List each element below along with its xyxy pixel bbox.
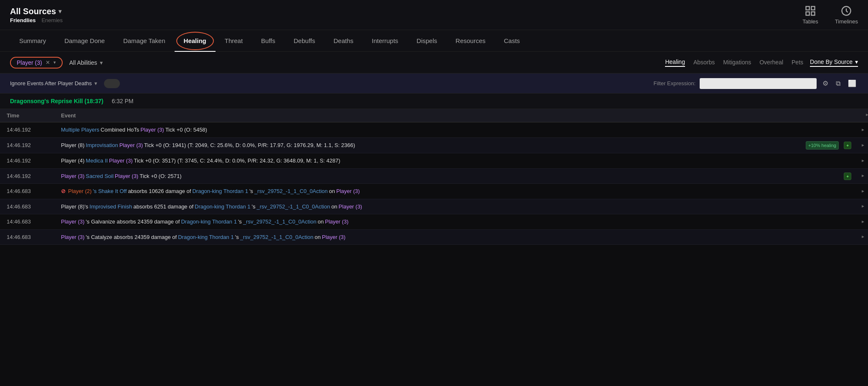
ability-filter-arrow: ▾ — [100, 59, 103, 66]
event-text: absorbs 6251 damage of — [133, 203, 193, 211]
filter-settings-icon[interactable]: ⚙ — [821, 79, 830, 88]
subtab-overheal[interactable]: Overheal — [759, 59, 783, 66]
buff-icon2: ✦ — [844, 173, 851, 180]
filter-bar-right: Healing Absorbs Mitigations Overheal Pet… — [665, 58, 858, 67]
tab-interrupts[interactable]: Interrupts — [363, 30, 407, 52]
svg-rect-3 — [811, 12, 815, 15]
enemies-tab[interactable]: Enemies — [41, 17, 63, 23]
cell-event: ⊘ Player (2) 's Shake It Off absorbs 106… — [54, 184, 858, 199]
event-text: Player (3) — [339, 203, 362, 211]
row-expand[interactable] — [858, 189, 868, 194]
subtab-mitigations[interactable]: Mitigations — [723, 59, 751, 66]
row-expand[interactable] — [858, 127, 868, 132]
event-text: Improvisation — [86, 141, 118, 150]
event-text: _rsv_29752_-1_1_C0_0Action — [256, 203, 330, 211]
event-text: Tick +0 (O: 2571) — [140, 172, 181, 180]
event-text: Sacred Soil — [86, 172, 113, 180]
player-filter[interactable]: Player (3) ✕ ▾ — [10, 57, 63, 69]
event-text: Player (8)'s — [61, 203, 88, 211]
row-expand[interactable] — [858, 234, 868, 239]
timelines-button[interactable]: Timelines — [835, 5, 858, 25]
svg-marker-8 — [862, 160, 864, 162]
event-text: Player (2) — [68, 187, 91, 196]
table-row: 14:46.192 Player (8) Improvisation Playe… — [0, 138, 868, 154]
cell-time: 14:46.683 — [0, 185, 54, 198]
cell-event: Player (8) Improvisation Player (3) Tick… — [54, 138, 858, 153]
event-text: Dragon-king Thordan 1 — [178, 233, 233, 241]
row-expand[interactable] — [858, 219, 868, 224]
healing-badge: +10% healing — [806, 141, 839, 150]
tab-healing[interactable]: Healing — [175, 30, 216, 52]
table-row: 14:46.683 ⊘ Player (2) 's Shake It Off a… — [0, 184, 868, 199]
tab-casts[interactable]: Casts — [495, 30, 529, 52]
cell-event: Player (8)'s Improvised Finish absorbs 6… — [54, 199, 858, 214]
done-by-source[interactable]: Done By Source ▾ — [810, 58, 858, 67]
sub-tabs: Healing Absorbs Mitigations Overheal Pet… — [665, 58, 803, 67]
tab-damage-done[interactable]: Damage Done — [55, 30, 114, 52]
source-label: All Sources — [10, 7, 56, 16]
cell-time: 14:46.192 — [0, 154, 54, 167]
friendlies-enemies: Friendlies Enemies — [10, 17, 63, 23]
row-expand[interactable] — [858, 158, 868, 163]
event-text: Dragon-king Thordan 1 — [195, 203, 250, 211]
source-selector[interactable]: All Sources ▾ — [10, 7, 63, 16]
cell-time: 14:46.683 — [0, 200, 54, 213]
tab-buffs[interactable]: Buffs — [252, 30, 284, 52]
ability-filter[interactable]: All Abilities ▾ — [69, 59, 103, 66]
event-text: 's — [235, 233, 239, 241]
row-expand[interactable] — [858, 204, 868, 209]
top-bar: All Sources ▾ Friendlies Enemies Tables … — [0, 0, 868, 30]
tab-debuffs[interactable]: Debuffs — [284, 30, 324, 52]
filter-fullscreen-icon[interactable]: ⬜ — [846, 79, 858, 88]
player-filter-arrow[interactable]: ▾ — [53, 60, 56, 65]
top-bar-right: Tables Timelines — [802, 5, 858, 25]
subtab-absorbs[interactable]: Absorbs — [693, 59, 715, 66]
event-text: Player (3) — [140, 126, 164, 134]
tab-dispels[interactable]: Dispels — [407, 30, 446, 52]
tab-summary[interactable]: Summary — [10, 30, 55, 52]
player-filter-remove[interactable]: ✕ — [46, 59, 50, 66]
svg-marker-10 — [862, 190, 864, 193]
event-text: Medica II — [86, 157, 108, 165]
event-text: Combined HoTs — [101, 126, 140, 134]
kill-clock: 6:32 PM — [112, 98, 133, 104]
ignore-dropdown[interactable]: Ignore Events After Player Deaths ▾ — [10, 80, 97, 86]
svg-marker-11 — [862, 205, 864, 208]
filter-expand-icon[interactable]: ⧉ — [834, 79, 842, 88]
event-text: Tick +0 (O: 5458) — [165, 126, 207, 134]
kill-name: Dragonsong's Reprise Kill (18:37) — [10, 98, 104, 104]
tab-threat[interactable]: Threat — [216, 30, 252, 52]
event-text: Player (3) — [119, 141, 143, 150]
subtab-pets[interactable]: Pets — [792, 59, 803, 66]
event-text: Player (8) — [61, 141, 84, 150]
event-text: _rsv_29752_-1_1_C0_0Action — [243, 218, 317, 226]
tables-button[interactable]: Tables — [802, 5, 818, 25]
filter-expression-input[interactable] — [700, 78, 817, 89]
ignore-toggle[interactable] — [104, 79, 120, 88]
event-text: 's Galvanize absorbs 24359 damage of — [86, 218, 180, 226]
friendlies-tab[interactable]: Friendlies — [10, 17, 36, 23]
svg-rect-1 — [811, 7, 815, 10]
table-row: 14:46.192 Player (4) Medica II Player (3… — [0, 153, 868, 169]
row-expand[interactable] — [858, 143, 868, 148]
event-text: on — [315, 233, 320, 241]
tab-resources[interactable]: Resources — [447, 30, 495, 52]
cell-time: 14:46.683 — [0, 215, 54, 228]
event-text: 's Shake It Off — [93, 187, 127, 196]
no-entry-icon: ⊘ — [61, 187, 66, 196]
filter-bar: Player (3) ✕ ▾ All Abilities ▾ Healing A… — [0, 52, 868, 74]
ability-filter-label: All Abilities — [69, 59, 97, 66]
svg-rect-0 — [806, 7, 810, 10]
svg-marker-13 — [862, 236, 864, 238]
cell-event: Player (4) Medica II Player (3) Tick +0 … — [54, 153, 858, 168]
row-expand[interactable] — [858, 173, 868, 178]
event-text: 's — [252, 203, 256, 211]
cell-event: Player (3) Sacred Soil Player (3) Tick +… — [54, 169, 858, 184]
event-text: 's — [238, 218, 242, 226]
tab-deaths[interactable]: Deaths — [324, 30, 363, 52]
tab-damage-taken[interactable]: Damage Taken — [114, 30, 175, 52]
subtab-healing[interactable]: Healing — [665, 58, 685, 67]
cell-time: 14:46.192 — [0, 123, 54, 136]
table-row: 14:46.683 Player (8)'s Improvised Finish… — [0, 199, 868, 215]
ignore-bar: Ignore Events After Player Deaths ▾ Filt… — [0, 74, 868, 94]
